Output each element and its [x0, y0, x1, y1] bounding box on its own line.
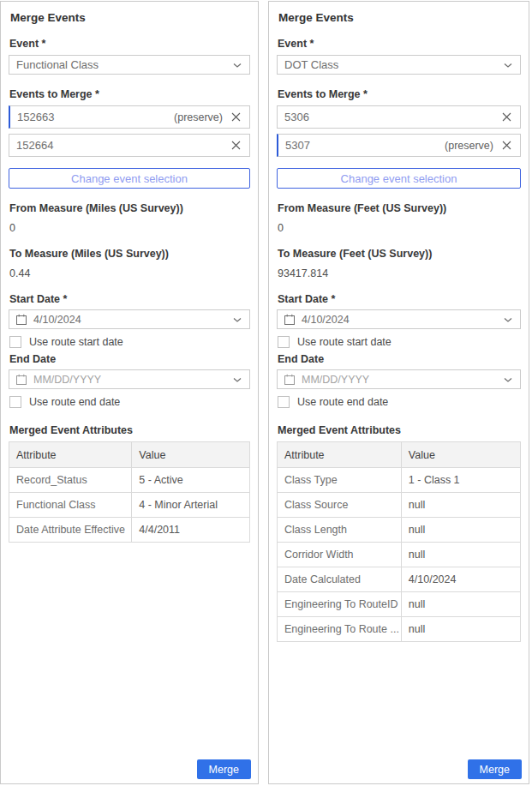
to-measure-label: To Measure (Feet (US Survey)): [278, 248, 521, 260]
event-select[interactable]: DOT Class: [277, 55, 521, 75]
attribute-cell: Date Attribute Effective: [9, 518, 132, 543]
merged-event-attributes-table: Attribute Value Record_Status 5 - Active…: [9, 441, 250, 543]
change-event-selection-button[interactable]: Change event selection: [9, 168, 250, 189]
start-date-picker[interactable]: 4/10/2024: [9, 309, 250, 329]
use-route-start-date-checkbox[interactable]: [9, 336, 21, 348]
chevron-down-icon: [232, 376, 242, 383]
from-measure-value: 0: [278, 222, 521, 234]
value-cell: null: [401, 493, 520, 518]
use-route-end-date-row: Use route end date: [9, 396, 250, 408]
value-cell: 4 - Minor Arterial: [132, 493, 250, 518]
attribute-cell: Corridor Width: [278, 543, 402, 567]
table-row: Functional Class 4 - Minor Arterial: [9, 493, 250, 518]
from-measure-value: 0: [9, 222, 250, 234]
use-route-start-date-label: Use route start date: [29, 336, 123, 348]
table-row: Record_Status 5 - Active: [9, 468, 250, 493]
use-route-end-date-checkbox[interactable]: [278, 396, 290, 408]
use-route-start-date-label: Use route start date: [297, 336, 392, 348]
table-header-row: Attribute Value: [9, 442, 250, 468]
calendar-icon: [15, 314, 27, 326]
use-route-end-date-label: Use route end date: [297, 396, 388, 408]
clear-icon[interactable]: [230, 111, 242, 123]
table-row: Corridor Width null: [278, 543, 521, 567]
use-route-start-date-checkbox[interactable]: [278, 336, 290, 348]
value-cell: null: [401, 592, 520, 617]
table-row: Class Source null: [278, 493, 521, 518]
use-route-start-date-row: Use route start date: [9, 336, 250, 348]
panel-title: Merge Events: [278, 11, 521, 24]
to-measure-value: 0.44: [9, 267, 250, 279]
chevron-down-icon: [232, 316, 242, 323]
calendar-icon: [284, 374, 296, 386]
use-route-end-date-row: Use route end date: [278, 396, 521, 408]
merge-button[interactable]: Merge: [468, 759, 522, 779]
preserve-tag: (preserve): [174, 111, 223, 123]
attribute-cell: Class Source: [278, 493, 402, 518]
event-to-merge-input[interactable]: [9, 135, 249, 156]
start-date-value: 4/10/2024: [302, 314, 503, 326]
event-label: Event *: [9, 38, 250, 50]
event-label: Event *: [278, 38, 521, 50]
start-date-value: 4/10/2024: [33, 314, 232, 326]
use-route-start-date-row: Use route start date: [278, 336, 521, 348]
attribute-cell: Record_Status: [9, 468, 132, 493]
attribute-cell: Engineering To Route ...: [278, 617, 402, 642]
chevron-down-icon: [503, 62, 513, 69]
value-cell: null: [401, 518, 520, 543]
calendar-icon: [284, 314, 296, 326]
chevron-down-icon: [503, 316, 513, 323]
to-measure-label: To Measure (Miles (US Survey)): [9, 248, 250, 260]
events-to-merge-label: Events to Merge *: [9, 88, 250, 100]
end-date-label: End Date: [9, 353, 250, 365]
panel-title: Merge Events: [10, 11, 250, 24]
end-date-placeholder: MM/DD/YYYY: [33, 374, 232, 386]
attribute-cell: Class Type: [278, 468, 402, 493]
calendar-icon: [15, 374, 27, 386]
merged-event-attributes-label: Merged Event Attributes: [278, 424, 521, 436]
event-to-merge-field: [9, 134, 250, 157]
attribute-cell: Engineering To RouteID: [278, 592, 402, 617]
attribute-column-header: Attribute: [278, 442, 402, 468]
table-header-row: Attribute Value: [278, 442, 521, 468]
attribute-cell: Class Length: [278, 518, 402, 543]
value-cell: 4/10/2024: [401, 567, 520, 592]
event-select-value: DOT Class: [284, 58, 503, 71]
table-row: Engineering To Route ... null: [278, 617, 521, 642]
chevron-down-icon: [503, 376, 513, 383]
to-measure-value: 93417.814: [278, 267, 521, 279]
clear-icon[interactable]: [501, 111, 512, 123]
event-select[interactable]: Functional Class: [9, 55, 250, 75]
end-date-label: End Date: [278, 353, 521, 365]
end-date-picker[interactable]: MM/DD/YYYY: [9, 369, 250, 389]
value-cell: 1 - Class 1: [401, 468, 520, 493]
value-column-header: Value: [132, 442, 250, 468]
end-date-placeholder: MM/DD/YYYY: [302, 374, 503, 386]
use-route-end-date-label: Use route end date: [29, 396, 120, 408]
clear-icon[interactable]: [230, 140, 242, 151]
change-event-selection-button[interactable]: Change event selection: [277, 168, 521, 189]
event-to-merge-field: [277, 105, 521, 129]
table-row: Class Type 1 - Class 1: [278, 468, 521, 493]
merge-events-panel-right: Merge Events Event * DOT Class Events to…: [268, 1, 529, 784]
event-select-value: Functional Class: [16, 58, 232, 71]
value-cell: null: [401, 543, 520, 567]
events-to-merge-label: Events to Merge *: [278, 88, 521, 100]
table-row: Date Attribute Effective 4/4/2011: [9, 518, 250, 543]
table-row: Class Length null: [278, 518, 521, 543]
clear-icon[interactable]: [501, 140, 512, 151]
value-cell: null: [401, 617, 520, 642]
attribute-cell: Functional Class: [9, 493, 132, 518]
start-date-picker[interactable]: 4/10/2024: [277, 309, 521, 329]
use-route-end-date-checkbox[interactable]: [9, 396, 21, 408]
event-to-merge-field: (preserve): [277, 134, 521, 157]
end-date-picker[interactable]: MM/DD/YYYY: [277, 369, 521, 389]
merge-button[interactable]: Merge: [197, 759, 251, 779]
value-cell: 5 - Active: [132, 468, 250, 493]
from-measure-label: From Measure (Miles (US Survey)): [9, 202, 250, 214]
value-column-header: Value: [401, 442, 520, 468]
event-to-merge-input[interactable]: [278, 106, 520, 128]
merge-events-panel-left: Merge Events Event * Functional Class Ev…: [0, 1, 259, 784]
attribute-column-header: Attribute: [9, 442, 132, 468]
table-row: Engineering To RouteID null: [278, 592, 521, 617]
chevron-down-icon: [232, 62, 242, 69]
